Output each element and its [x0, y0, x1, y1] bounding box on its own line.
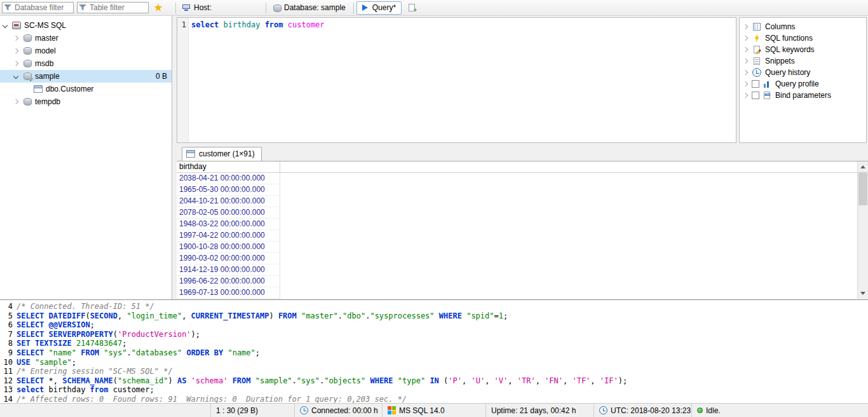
- toolbar-separator: [266, 3, 266, 13]
- sql-token: FROM: [278, 311, 297, 320]
- helper-item-bind-parameters[interactable]: Bind parameters: [740, 90, 866, 101]
- windows-logo-icon: [388, 406, 396, 414]
- chevron-right-icon[interactable]: [743, 36, 748, 41]
- result-row[interactable]: 1969-07-13 00:00:00.000: [177, 287, 868, 299]
- tree-item-dbo-customer[interactable]: dbo.Customer: [0, 83, 172, 95]
- chevron-right-icon[interactable]: [13, 48, 18, 53]
- sql-token: .: [338, 311, 342, 320]
- sql-token: [435, 311, 439, 320]
- chevron-down-icon[interactable]: [13, 74, 18, 79]
- result-row[interactable]: 1900-10-28 00:00:00.000: [177, 242, 868, 253]
- chevron-right-icon[interactable]: [13, 99, 18, 104]
- query-run-icon: [360, 3, 369, 12]
- result-grid: birthday 2038-04-21 00:00:00.0001965-05-…: [177, 161, 868, 299]
- sql-token: *,: [44, 376, 62, 385]
- scroll-up-arrow-icon[interactable]: [858, 161, 868, 172]
- sql-token: SELECT: [17, 311, 44, 320]
- new-query-tab-button[interactable]: [405, 1, 418, 15]
- result-tab-customer[interactable]: customer (1×91): [182, 147, 262, 161]
- host-icon: [182, 3, 191, 12]
- chevron-down-icon[interactable]: [3, 23, 8, 28]
- helper-item-columns[interactable]: Columns: [740, 21, 866, 32]
- column-header-birthday[interactable]: birthday: [177, 161, 280, 172]
- scroll-down-arrow-icon[interactable]: [858, 288, 868, 299]
- database-filter-input[interactable]: [2, 2, 74, 13]
- log-line-number: 7: [3, 330, 13, 339]
- tree-item-label: dbo.Customer: [46, 85, 93, 93]
- sql-token: ;: [503, 311, 508, 320]
- server-icon: [11, 20, 22, 31]
- sql-token: CURRENT_TIMESTAMP: [191, 311, 269, 320]
- chevron-right-icon[interactable]: [743, 47, 748, 52]
- status-uptime: Uptime: 21 days, 00:42 h: [486, 404, 594, 417]
- tree-item-master[interactable]: master: [0, 32, 172, 44]
- result-row[interactable]: 1965-05-30 00:00:00.000: [177, 184, 868, 196]
- chevron-right-icon[interactable]: [13, 36, 18, 41]
- helper-item-sql-functions[interactable]: SQL functions: [740, 32, 866, 44]
- sql-token: 'IF': [600, 376, 618, 385]
- result-cell: 1996-06-22 00:00:00.000: [177, 276, 280, 287]
- helper-item-query-profile[interactable]: Query profile: [740, 78, 866, 90]
- chevron-right-icon[interactable]: [743, 58, 748, 64]
- status-utc-time: UTC: 2018-08-20 13:23: [594, 404, 692, 417]
- result-row[interactable]: 2038-04-21 00:00:00.000: [177, 173, 868, 184]
- helper-item-sql-keywords[interactable]: SQL keywords: [740, 44, 866, 55]
- chevron-right-icon[interactable]: [743, 81, 748, 86]
- results-tabs: customer (1×91): [177, 147, 262, 161]
- result-cell: 1900-10-28 00:00:00.000: [177, 242, 280, 253]
- sql-token: WHERE: [370, 376, 393, 385]
- favorites-button[interactable]: [152, 1, 165, 15]
- scrollbar-thumb[interactable]: [858, 172, 867, 205]
- query-helpers-list: ColumnsSQL functionsSQL keywordsSnippets…: [739, 17, 867, 143]
- sql-token: "objects": [324, 376, 365, 385]
- query-history-icon: [752, 67, 762, 78]
- sql-token: (: [113, 330, 118, 339]
- sql-token: from: [265, 20, 283, 29]
- log-line-number: 9: [3, 348, 13, 358]
- sql-token: "spid": [466, 311, 494, 320]
- sql-token: 'FN': [545, 376, 563, 385]
- chevron-right-icon[interactable]: [743, 24, 748, 29]
- chevron-right-icon[interactable]: [743, 70, 748, 75]
- result-row[interactable]: 1948-03-22 00:00:00.000: [177, 219, 868, 230]
- results-vertical-scrollbar[interactable]: [857, 161, 868, 299]
- new-query-tab-icon: [407, 3, 417, 13]
- tab-database[interactable]: Database: sample: [269, 1, 351, 15]
- log-line: 4/* Connected. Thread-ID: 51 */: [3, 302, 868, 311]
- helper-item-snippets[interactable]: Snippets: [740, 55, 866, 67]
- checkbox[interactable]: [752, 92, 759, 99]
- tree-item-model[interactable]: model: [0, 44, 172, 57]
- tree-item-label: master: [35, 34, 58, 43]
- checkbox[interactable]: [752, 80, 759, 88]
- clock-icon: [300, 406, 308, 414]
- sql-token: [31, 339, 35, 348]
- sql-keywords-icon: [752, 44, 762, 55]
- result-row[interactable]: 2044-10-21 00:00:00.000: [177, 196, 868, 207]
- log-line-number: 12: [3, 376, 13, 386]
- chevron-right-icon[interactable]: [13, 61, 18, 66]
- table-filter-input[interactable]: [77, 2, 149, 13]
- sql-token: =: [494, 311, 499, 320]
- sql-token: ;: [122, 339, 126, 348]
- chevron-right-icon[interactable]: [743, 93, 748, 98]
- tree-item-sc-ms-sql[interactable]: SC-MS SQL: [0, 19, 172, 32]
- sql-token: .: [126, 348, 131, 357]
- tree-item-tempdb[interactable]: tempdb: [0, 95, 172, 108]
- database-tree: SC-MS SQLmastermodelmsdb✓sample0 Bdbo.Cu…: [0, 16, 172, 299]
- idle-status-icon: [697, 407, 703, 413]
- result-row[interactable]: 1997-04-22 00:00:00.000: [177, 230, 868, 242]
- sql-token: 'P': [448, 376, 462, 385]
- helper-item-query-history[interactable]: Query history: [740, 67, 866, 78]
- tree-item-sample[interactable]: ✓sample0 B: [0, 70, 172, 83]
- tree-item-msdb[interactable]: msdb: [0, 57, 172, 70]
- sql-token: TEXTSIZE: [35, 339, 72, 348]
- result-row[interactable]: 1914-12-19 00:00:00.000: [177, 264, 868, 276]
- result-row[interactable]: 1990-03-02 00:00:00.000: [177, 253, 868, 264]
- tab-host[interactable]: Host:: [179, 1, 263, 15]
- result-row[interactable]: 1996-06-22 00:00:00.000: [177, 276, 868, 287]
- toolbar-separator: [175, 3, 176, 13]
- query-editor[interactable]: 1select birthday from customer: [177, 17, 736, 143]
- tab-query[interactable]: Query*: [356, 1, 402, 15]
- result-cell: 1997-04-22 00:00:00.000: [177, 230, 280, 242]
- result-row[interactable]: 2078-02-05 00:00:00.000: [177, 207, 868, 219]
